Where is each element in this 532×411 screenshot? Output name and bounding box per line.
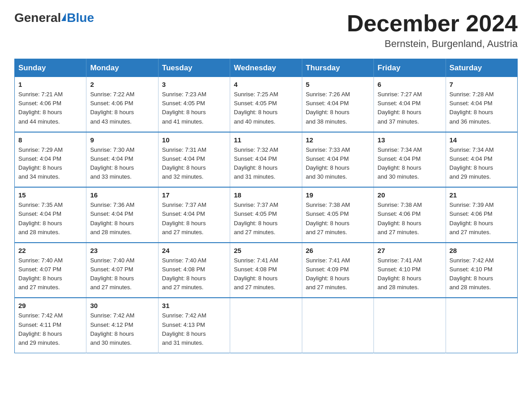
table-row	[230, 298, 302, 353]
table-row	[302, 298, 373, 353]
calendar-week-row: 15 Sunrise: 7:35 AMSunset: 4:04 PMDaylig…	[15, 187, 518, 243]
title-area: December 2024 Bernstein, Burgenland, Aus…	[347, 11, 518, 50]
day-number: 5	[306, 81, 370, 88]
day-number: 1	[18, 81, 82, 88]
table-row: 22 Sunrise: 7:40 AMSunset: 4:07 PMDaylig…	[15, 243, 86, 298]
day-info: Sunrise: 7:41 AMSunset: 4:08 PMDaylight:…	[234, 257, 278, 291]
day-number: 21	[450, 191, 514, 199]
calendar-week-row: 1 Sunrise: 7:21 AMSunset: 4:06 PMDayligh…	[15, 77, 518, 132]
day-info: Sunrise: 7:37 AMSunset: 4:04 PMDaylight:…	[162, 201, 206, 235]
day-info: Sunrise: 7:38 AMSunset: 4:06 PMDaylight:…	[378, 201, 422, 235]
day-number: 31	[162, 302, 226, 309]
day-number: 4	[234, 81, 298, 88]
header-tuesday: Tuesday	[158, 59, 230, 77]
day-number: 6	[378, 81, 442, 88]
calendar-week-row: 29 Sunrise: 7:42 AMSunset: 4:11 PMDaylig…	[15, 298, 518, 353]
day-info: Sunrise: 7:23 AMSunset: 4:05 PMDaylight:…	[162, 91, 206, 124]
table-row: 15 Sunrise: 7:35 AMSunset: 4:04 PMDaylig…	[15, 187, 86, 243]
day-info: Sunrise: 7:25 AMSunset: 4:05 PMDaylight:…	[234, 91, 278, 124]
calendar-header-row: Sunday Monday Tuesday Wednesday Thursday…	[15, 59, 518, 77]
table-row: 26 Sunrise: 7:41 AMSunset: 4:09 PMDaylig…	[302, 243, 373, 298]
header-friday: Friday	[374, 59, 446, 77]
table-row: 24 Sunrise: 7:40 AMSunset: 4:08 PMDaylig…	[158, 243, 230, 298]
table-row: 13 Sunrise: 7:34 AMSunset: 4:04 PMDaylig…	[374, 132, 446, 188]
day-number: 29	[18, 302, 82, 309]
table-row: 5 Sunrise: 7:26 AMSunset: 4:04 PMDayligh…	[302, 77, 373, 132]
day-info: Sunrise: 7:41 AMSunset: 4:10 PMDaylight:…	[378, 257, 422, 291]
day-number: 17	[162, 191, 226, 199]
table-row: 9 Sunrise: 7:30 AMSunset: 4:04 PMDayligh…	[86, 132, 158, 188]
day-number: 26	[306, 247, 370, 254]
day-info: Sunrise: 7:42 AMSunset: 4:12 PMDaylight:…	[90, 312, 134, 346]
logo-triangle-icon	[61, 13, 66, 21]
calendar-week-row: 22 Sunrise: 7:40 AMSunset: 4:07 PMDaylig…	[15, 243, 518, 298]
header-thursday: Thursday	[302, 59, 373, 77]
day-info: Sunrise: 7:21 AMSunset: 4:06 PMDaylight:…	[18, 91, 63, 124]
day-info: Sunrise: 7:34 AMSunset: 4:04 PMDaylight:…	[378, 146, 422, 180]
day-number: 16	[90, 191, 154, 199]
day-info: Sunrise: 7:34 AMSunset: 4:04 PMDaylight:…	[450, 146, 494, 180]
day-info: Sunrise: 7:42 AMSunset: 4:11 PMDaylight:…	[18, 312, 63, 346]
table-row: 17 Sunrise: 7:37 AMSunset: 4:04 PMDaylig…	[158, 187, 230, 243]
day-number: 13	[378, 136, 442, 144]
day-info: Sunrise: 7:33 AMSunset: 4:04 PMDaylight:…	[306, 146, 350, 180]
logo: General Blue	[14, 11, 94, 25]
day-number: 15	[18, 191, 82, 199]
table-row	[374, 298, 446, 353]
day-info: Sunrise: 7:42 AMSunset: 4:13 PMDaylight:…	[162, 312, 206, 346]
day-number: 24	[162, 247, 226, 254]
day-number: 3	[162, 81, 226, 88]
table-row: 31 Sunrise: 7:42 AMSunset: 4:13 PMDaylig…	[158, 298, 230, 353]
day-number: 14	[450, 136, 514, 144]
calendar-table: Sunday Monday Tuesday Wednesday Thursday…	[14, 59, 518, 353]
day-info: Sunrise: 7:40 AMSunset: 4:07 PMDaylight:…	[90, 257, 134, 291]
table-row: 18 Sunrise: 7:37 AMSunset: 4:05 PMDaylig…	[230, 187, 302, 243]
day-info: Sunrise: 7:27 AMSunset: 4:04 PMDaylight:…	[378, 91, 422, 124]
header: General Blue December 2024 Bernstein, Bu…	[14, 11, 518, 50]
day-number: 28	[450, 247, 514, 254]
day-info: Sunrise: 7:36 AMSunset: 4:04 PMDaylight:…	[90, 201, 134, 235]
day-info: Sunrise: 7:35 AMSunset: 4:04 PMDaylight:…	[18, 201, 63, 235]
day-info: Sunrise: 7:22 AMSunset: 4:06 PMDaylight:…	[90, 91, 134, 124]
day-info: Sunrise: 7:41 AMSunset: 4:09 PMDaylight:…	[306, 257, 350, 291]
table-row: 6 Sunrise: 7:27 AMSunset: 4:04 PMDayligh…	[374, 77, 446, 132]
table-row: 29 Sunrise: 7:42 AMSunset: 4:11 PMDaylig…	[15, 298, 86, 353]
table-row: 21 Sunrise: 7:39 AMSunset: 4:06 PMDaylig…	[446, 187, 517, 243]
day-info: Sunrise: 7:31 AMSunset: 4:04 PMDaylight:…	[162, 146, 206, 180]
logo-general-text: General	[14, 11, 61, 25]
table-row: 23 Sunrise: 7:40 AMSunset: 4:07 PMDaylig…	[86, 243, 158, 298]
table-row: 12 Sunrise: 7:33 AMSunset: 4:04 PMDaylig…	[302, 132, 373, 188]
day-number: 30	[90, 302, 154, 309]
table-row	[446, 298, 517, 353]
header-monday: Monday	[86, 59, 158, 77]
table-row: 1 Sunrise: 7:21 AMSunset: 4:06 PMDayligh…	[15, 77, 86, 132]
day-info: Sunrise: 7:39 AMSunset: 4:06 PMDaylight:…	[450, 201, 494, 235]
day-number: 22	[18, 247, 82, 254]
day-info: Sunrise: 7:30 AMSunset: 4:04 PMDaylight:…	[90, 146, 134, 180]
table-row: 2 Sunrise: 7:22 AMSunset: 4:06 PMDayligh…	[86, 77, 158, 132]
day-info: Sunrise: 7:40 AMSunset: 4:08 PMDaylight:…	[162, 257, 206, 291]
day-number: 10	[162, 136, 226, 144]
day-info: Sunrise: 7:37 AMSunset: 4:05 PMDaylight:…	[234, 201, 278, 235]
month-title: December 2024	[347, 11, 518, 36]
day-number: 23	[90, 247, 154, 254]
table-row: 16 Sunrise: 7:36 AMSunset: 4:04 PMDaylig…	[86, 187, 158, 243]
table-row: 3 Sunrise: 7:23 AMSunset: 4:05 PMDayligh…	[158, 77, 230, 132]
table-row: 28 Sunrise: 7:42 AMSunset: 4:10 PMDaylig…	[446, 243, 517, 298]
day-number: 2	[90, 81, 154, 88]
logo-blue-text: Blue	[67, 11, 94, 25]
table-row: 25 Sunrise: 7:41 AMSunset: 4:08 PMDaylig…	[230, 243, 302, 298]
calendar-week-row: 8 Sunrise: 7:29 AMSunset: 4:04 PMDayligh…	[15, 132, 518, 188]
day-info: Sunrise: 7:29 AMSunset: 4:04 PMDaylight:…	[18, 146, 63, 180]
day-info: Sunrise: 7:32 AMSunset: 4:04 PMDaylight:…	[234, 146, 278, 180]
day-info: Sunrise: 7:42 AMSunset: 4:10 PMDaylight:…	[450, 257, 494, 291]
table-row: 19 Sunrise: 7:38 AMSunset: 4:05 PMDaylig…	[302, 187, 373, 243]
day-number: 25	[234, 247, 298, 254]
location-subtitle: Bernstein, Burgenland, Austria	[347, 38, 518, 50]
day-number: 8	[18, 136, 82, 144]
logo-area: General Blue	[14, 11, 94, 25]
table-row: 8 Sunrise: 7:29 AMSunset: 4:04 PMDayligh…	[15, 132, 86, 188]
table-row: 27 Sunrise: 7:41 AMSunset: 4:10 PMDaylig…	[374, 243, 446, 298]
day-number: 20	[378, 191, 442, 199]
table-row: 10 Sunrise: 7:31 AMSunset: 4:04 PMDaylig…	[158, 132, 230, 188]
